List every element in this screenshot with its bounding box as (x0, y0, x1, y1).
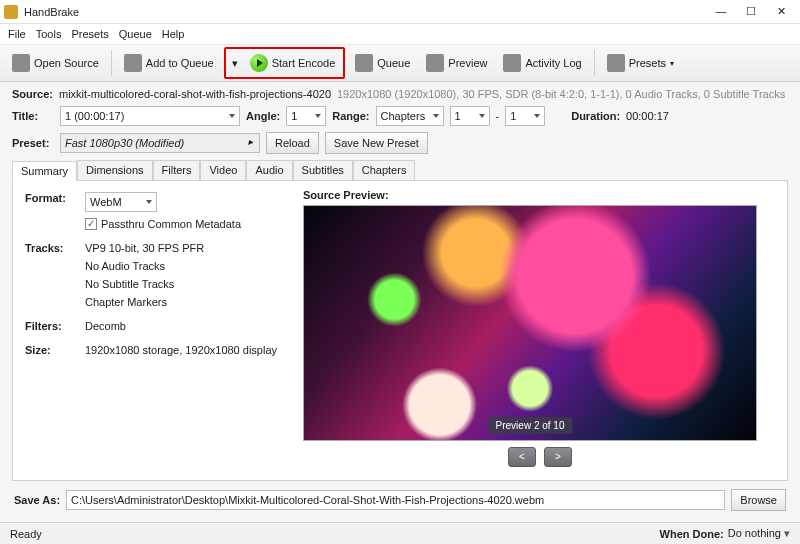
add-to-queue-dropdown[interactable]: ▾ (228, 49, 242, 77)
preview-badge: Preview 2 of 10 (488, 417, 573, 434)
toolbar: Open Source Add to Queue ▾ Start Encode … (0, 44, 800, 82)
add-queue-icon (124, 54, 142, 72)
format-value: WebM (90, 196, 122, 208)
open-source-button[interactable]: Open Source (6, 49, 105, 77)
range-dash: - (496, 110, 500, 122)
source-preview-label: Source Preview: (303, 189, 777, 201)
when-done-label: When Done: (660, 528, 724, 540)
minimize-button[interactable]: — (706, 2, 736, 22)
summary-panel: Format: WebM ✓ Passthru Common Metadata … (12, 181, 788, 481)
save-as-label: Save As: (14, 494, 60, 506)
angle-label: Angle: (246, 110, 280, 122)
presets-label: Presets (629, 57, 666, 69)
passthru-label: Passthru Common Metadata (101, 218, 241, 230)
add-queue-label: Add to Queue (146, 57, 214, 69)
when-done-dropdown[interactable]: Do nothing (728, 527, 790, 540)
tab-video[interactable]: Video (200, 160, 246, 180)
preset-value: Fast 1080p30 (Modified) (65, 137, 184, 149)
start-encode-label: Start Encode (272, 57, 336, 69)
tab-summary[interactable]: Summary (12, 161, 77, 181)
angle-value: 1 (291, 110, 297, 122)
save-new-preset-button[interactable]: Save New Preset (325, 132, 428, 154)
range-to-value: 1 (510, 110, 516, 122)
statusbar: Ready When Done: Do nothing (0, 522, 800, 544)
tab-audio[interactable]: Audio (246, 160, 292, 180)
title-value: 1 (00:00:17) (65, 110, 124, 122)
menu-tools[interactable]: Tools (32, 26, 66, 42)
tab-subtitles[interactable]: Subtitles (293, 160, 353, 180)
passthru-checkbox[interactable]: ✓ (85, 218, 97, 230)
size-value: 1920x1080 storage, 1920x1080 display (83, 341, 283, 359)
presets-button[interactable]: Presets ▾ (601, 49, 680, 77)
filters-label: Filters: (23, 317, 83, 335)
preview-icon (426, 54, 444, 72)
add-to-queue-button[interactable]: Add to Queue (118, 49, 220, 77)
status-ready: Ready (10, 528, 42, 540)
tracks-line-3: No Subtitle Tracks (85, 278, 281, 290)
tabs: Summary Dimensions Filters Video Audio S… (12, 160, 788, 181)
preview-next-button[interactable]: > (544, 447, 572, 467)
queue-button[interactable]: Queue (349, 49, 416, 77)
window-title: HandBrake (24, 6, 706, 18)
queue-icon (355, 54, 373, 72)
browse-label: Browse (740, 494, 777, 506)
menu-presets[interactable]: Presets (67, 26, 112, 42)
close-button[interactable]: ✕ (766, 2, 796, 22)
preview-label: Preview (448, 57, 487, 69)
reload-button[interactable]: Reload (266, 132, 319, 154)
save-new-preset-label: Save New Preset (334, 137, 419, 149)
start-encode-highlight: ▾ Start Encode (224, 47, 346, 79)
range-from-value: 1 (455, 110, 461, 122)
duration-label: Duration: (571, 110, 620, 122)
tracks-label: Tracks: (23, 239, 83, 311)
range-type-dropdown[interactable]: Chapters (376, 106, 444, 126)
menu-file[interactable]: File (4, 26, 30, 42)
tracks-line-2: No Audio Tracks (85, 260, 281, 272)
format-label: Format: (23, 189, 83, 233)
tab-filters[interactable]: Filters (153, 160, 201, 180)
angle-dropdown[interactable]: 1 (286, 106, 326, 126)
menu-help[interactable]: Help (158, 26, 189, 42)
format-dropdown[interactable]: WebM (85, 192, 157, 212)
when-done-value: Do nothing (728, 527, 781, 539)
save-as-path-field[interactable]: C:\Users\Administrator\Desktop\Mixkit-Mu… (66, 490, 725, 510)
filters-value: Decomb (83, 317, 283, 335)
title-dropdown[interactable]: 1 (00:00:17) (60, 106, 240, 126)
play-icon (250, 54, 268, 72)
titlebar: HandBrake — ☐ ✕ (0, 0, 800, 24)
film-icon (12, 54, 30, 72)
activity-label: Activity Log (525, 57, 581, 69)
preview-button[interactable]: Preview (420, 49, 493, 77)
range-from-dropdown[interactable]: 1 (450, 106, 490, 126)
tracks-line-1: VP9 10-bit, 30 FPS PFR (85, 242, 281, 254)
menubar: File Tools Presets Queue Help (0, 24, 800, 44)
range-type-value: Chapters (381, 110, 426, 122)
preset-dropdown[interactable]: Fast 1080p30 (Modified) (60, 133, 260, 153)
size-label: Size: (23, 341, 83, 359)
source-preview-image: Preview 2 of 10 (303, 205, 757, 441)
reload-label: Reload (275, 137, 310, 149)
tab-chapters[interactable]: Chapters (353, 160, 416, 180)
source-label: Source: (12, 88, 53, 100)
save-as-path-value: C:\Users\Administrator\Desktop\Mixkit-Mu… (71, 494, 544, 506)
maximize-button[interactable]: ☐ (736, 2, 766, 22)
source-name: mixkit-multicolored-coral-shot-with-fish… (59, 88, 331, 100)
menu-queue[interactable]: Queue (115, 26, 156, 42)
queue-label: Queue (377, 57, 410, 69)
open-source-label: Open Source (34, 57, 99, 69)
range-to-dropdown[interactable]: 1 (505, 106, 545, 126)
preview-prev-button[interactable]: < (508, 447, 536, 467)
app-icon (4, 5, 18, 19)
preset-label: Preset: (12, 137, 54, 149)
start-encode-button[interactable]: Start Encode (244, 49, 342, 77)
duration-value: 00:00:17 (626, 110, 669, 122)
activity-icon (503, 54, 521, 72)
tracks-line-4: Chapter Markers (85, 296, 281, 308)
range-label: Range: (332, 110, 369, 122)
tab-dimensions[interactable]: Dimensions (77, 160, 152, 180)
browse-button[interactable]: Browse (731, 489, 786, 511)
presets-icon (607, 54, 625, 72)
activity-log-button[interactable]: Activity Log (497, 49, 587, 77)
title-label: Title: (12, 110, 54, 122)
source-info: 1920x1080 (1920x1080), 30 FPS, SDR (8-bi… (337, 88, 785, 100)
